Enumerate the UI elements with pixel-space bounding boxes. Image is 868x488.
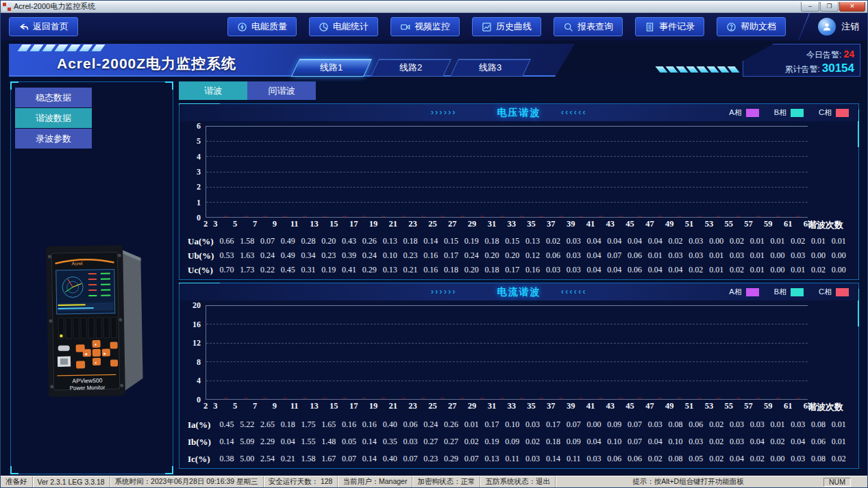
table-cell: 0.01 bbox=[747, 251, 767, 261]
table-cell: 0.03 bbox=[523, 420, 543, 430]
table-cell: 0.06 bbox=[808, 437, 829, 447]
table-cell: 0.18 bbox=[543, 437, 564, 447]
legend-item-3: C相 bbox=[819, 287, 849, 297]
line-tab-3[interactable]: 线路3 bbox=[450, 59, 531, 77]
y-tick-label: 0 bbox=[197, 213, 201, 223]
table-cell: 0.16 bbox=[421, 265, 441, 275]
nav-button-power-quality[interactable]: 电能质量 bbox=[227, 17, 297, 36]
table-cell: 0.24 bbox=[258, 251, 278, 261]
table-cell: 0.04 bbox=[604, 265, 625, 275]
table-cell: 0.08 bbox=[808, 420, 829, 430]
tab-interharmonics[interactable]: 间谐波 bbox=[247, 81, 316, 100]
table-cell: 0.02 bbox=[645, 454, 665, 464]
y-tick-label: 12 bbox=[193, 338, 201, 348]
table-cell: 0.13 bbox=[380, 236, 400, 246]
sidebar-item-1[interactable]: 稳态数据 bbox=[15, 88, 92, 107]
nav-button-video-monitor[interactable]: 视频监控 bbox=[390, 17, 460, 36]
y-tick-label: 3 bbox=[197, 167, 201, 177]
table-cell: 0.03 bbox=[665, 251, 686, 261]
legend-item-2: B相 bbox=[774, 107, 804, 118]
table-cell: 0.29 bbox=[359, 265, 380, 275]
table-cell: 0.24 bbox=[359, 251, 380, 261]
table-cell: 0.10 bbox=[380, 251, 400, 261]
power-quality-icon bbox=[237, 22, 247, 32]
table-cell: 0.11 bbox=[502, 454, 523, 464]
y-tick-label: 5 bbox=[197, 136, 201, 146]
table-cell: 0.01 bbox=[828, 236, 849, 246]
even-harmonic-stub bbox=[520, 216, 524, 217]
x-tick-label: 27 bbox=[448, 401, 457, 411]
nav-button-history-curve[interactable]: 历史曲线 bbox=[472, 17, 541, 36]
table-cell: 0.17 bbox=[441, 251, 462, 261]
sidebar-item-3[interactable]: 录波参数 bbox=[15, 129, 92, 149]
today-alarm-value: 24 bbox=[843, 49, 854, 60]
table-cell: 0.14 bbox=[359, 454, 380, 464]
header-slashes-decoration bbox=[20, 44, 103, 51]
nav-button-event-log[interactable]: 事件记录 bbox=[635, 17, 704, 36]
decorative-arrows-left: ‹‹‹‹‹‹ bbox=[561, 286, 587, 296]
table-row: Ua(%)0.661.580.070.490.280.200.430.260.1… bbox=[182, 234, 849, 248]
table-cell: 0.00 bbox=[767, 251, 788, 261]
nav-buttons: 电能质量电能统计视频监控历史曲线报表查询事件记录帮助文档 bbox=[227, 17, 786, 36]
table-cell: 0.01 bbox=[828, 437, 849, 447]
even-harmonic-stub bbox=[323, 216, 327, 217]
x-tick-label: 17 bbox=[349, 401, 358, 411]
sidebar-item-2[interactable]: 谐波数据 bbox=[15, 108, 92, 128]
window-title: Acrel-2000电力监控系统 bbox=[14, 1, 800, 12]
table-cell: 0.01 bbox=[747, 236, 767, 246]
line-tab-2[interactable]: 线路2 bbox=[371, 59, 451, 77]
table-cell: 0.07 bbox=[625, 437, 645, 447]
x-tick-label: 43 bbox=[606, 219, 615, 229]
voltage-chart-plot bbox=[206, 126, 808, 218]
even-harmonic-stub bbox=[244, 398, 248, 399]
nav-button-report-query[interactable]: 报表查询 bbox=[554, 17, 623, 36]
left-sidebar: 稳态数据谐波数据录波参数 Acrel bbox=[10, 81, 173, 474]
line-tab-label: 线路2 bbox=[399, 62, 422, 74]
nav-button-energy-stats[interactable]: 电能统计 bbox=[309, 17, 378, 36]
table-cell: 0.01 bbox=[747, 265, 767, 275]
table-cell: 0.49 bbox=[277, 236, 298, 246]
x-tick-label: 35 bbox=[527, 219, 536, 229]
table-cell: 0.20 bbox=[502, 251, 523, 261]
table-cell: 0.04 bbox=[788, 437, 808, 447]
table-cell: 0.04 bbox=[747, 437, 767, 447]
x-tick-label: 61 bbox=[784, 219, 793, 229]
table-cell: 0.23 bbox=[421, 454, 441, 464]
top-navbar: 返回首页 电能质量电能统计视频监控历史曲线报表查询事件记录帮助文档 注销 bbox=[1, 13, 867, 40]
x-tick-label: 49 bbox=[665, 219, 674, 229]
table-cell: 0.02 bbox=[665, 236, 686, 246]
x-tick-label: 7 bbox=[253, 219, 257, 229]
x-tick-label: 7 bbox=[253, 401, 257, 411]
minimize-button[interactable]: – bbox=[801, 2, 819, 12]
even-harmonic-stub bbox=[796, 216, 800, 217]
close-button[interactable]: ✕ bbox=[839, 2, 865, 12]
back-home-button[interactable]: 返回首页 bbox=[9, 17, 78, 36]
app-icon bbox=[3, 3, 11, 11]
table-row: Ic(%)0.385.002.540.211.581.670.070.140.4… bbox=[182, 450, 849, 467]
line-tab-1[interactable]: 线路1 bbox=[291, 59, 372, 77]
logout-button[interactable]: 注销 bbox=[818, 18, 859, 36]
table-cell: 0.18 bbox=[277, 420, 298, 430]
table-cell: 0.02 bbox=[747, 454, 767, 464]
even-harmonic-stub bbox=[520, 398, 524, 399]
nav-button-label: 电能统计 bbox=[333, 21, 369, 33]
table-cell: 0.03 bbox=[686, 251, 706, 261]
x-tick-label: 9 bbox=[273, 219, 277, 229]
table-cell: 0.23 bbox=[400, 251, 421, 261]
table-cell: 0.31 bbox=[298, 265, 319, 275]
nav-button-help-doc[interactable]: 帮助文档 bbox=[717, 17, 786, 36]
tab-harmonics[interactable]: 谐波 bbox=[179, 81, 247, 100]
table-cell: 0.70 bbox=[216, 265, 237, 275]
table-cell: 5.22 bbox=[237, 420, 258, 430]
table-cell: 0.14 bbox=[359, 437, 380, 447]
x-tick-label: 53 bbox=[705, 219, 714, 229]
table-cell: 0.03 bbox=[563, 265, 584, 275]
table-cell: 0.09 bbox=[502, 437, 523, 447]
table-row-label: Ub(%) bbox=[182, 251, 216, 261]
even-harmonic-stub bbox=[678, 398, 682, 399]
table-cell: 0.43 bbox=[339, 236, 360, 246]
table-cell: 0.14 bbox=[216, 437, 237, 447]
x-tick-label: 39 bbox=[567, 219, 575, 229]
table-cell: 0.12 bbox=[523, 251, 543, 261]
maximize-button[interactable]: ❐ bbox=[820, 2, 839, 12]
